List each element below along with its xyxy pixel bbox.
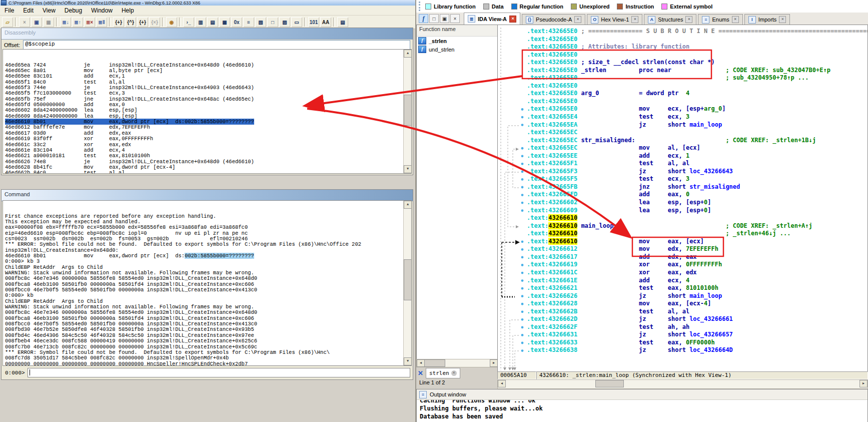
listing-line[interactable]: .text:43266610 mov eax, [ecx] — [527, 238, 867, 246]
scroll-left-icon[interactable]: ◂ — [498, 380, 506, 387]
listing-line[interactable]: .text:432665E0 — [527, 98, 867, 106]
scroll-up-icon[interactable]: ▲ — [404, 50, 412, 58]
close-window-icon[interactable]: × — [450, 14, 460, 23]
listing-line[interactable]: .text:4326662D jz short loc_43266661 — [527, 315, 867, 323]
command-input[interactable] — [28, 368, 410, 377]
toolbar-step-out-icon[interactable]: {+} — [137, 17, 148, 27]
listing-line[interactable]: .text:43266610 main_loop: ; CODE XREF: _… — [527, 222, 867, 230]
listing-line[interactable]: .text:432665EC mov al, [ecx] — [527, 144, 867, 152]
disassembly-scroll-thumb[interactable] — [404, 95, 412, 126]
menu-file[interactable]: File — [0, 7, 19, 15]
function-row[interactable]: fund_strlen — [417, 45, 498, 54]
toolbar-watch-window-icon[interactable]: ▥ — [195, 17, 206, 27]
listing-line[interactable]: .text:432665F1 test al, al — [527, 160, 867, 168]
functions-window-icon[interactable]: f — [419, 14, 428, 23]
listing-line[interactable]: .text:43266621 test eax, 81010100h — [527, 284, 867, 292]
tab-structures[interactable]: AStructures× — [644, 14, 696, 25]
toolbar-locals-window-icon[interactable]: ▤ — [207, 17, 218, 27]
functions-header[interactable]: Function name — [417, 25, 498, 37]
toolbar-go-icon[interactable]: ≣↓ — [60, 17, 71, 27]
listing-line[interactable]: .text:43266633 test eax, 0FF0000h — [527, 339, 867, 347]
toolbar-processes-window-icon[interactable]: ▨ — [279, 17, 290, 27]
listing-line[interactable]: .text:432665FD add eax, 0 — [527, 191, 867, 199]
tab-imports[interactable]: IImports× — [744, 14, 790, 25]
listing-line[interactable]: .text:432665E0 arg_0 = dword ptr 4 — [527, 90, 867, 98]
listing-line[interactable]: .text:43266612 mov edx, 7EFEFEFFh — [527, 245, 867, 253]
listing-line[interactable]: .text:432665EE add ecx, 1 — [527, 152, 867, 160]
tab-hex-view-1[interactable]: OHex View-1× — [587, 14, 642, 25]
close-tab-icon[interactable]: × — [574, 16, 581, 23]
listing-line[interactable]: .text:432665E0 ; size_t __cdecl strlen(c… — [527, 59, 867, 67]
toolbar-options-icon[interactable]: ▤ — [337, 17, 348, 27]
listing-line[interactable]: .text:432665F5 test ecx, 3 — [527, 175, 867, 183]
toolbar-run-to-cursor-icon[interactable]: {×} — [149, 17, 160, 27]
close-tab-icon[interactable]: × — [509, 16, 516, 23]
close-tab-icon[interactable]: × — [631, 16, 638, 23]
tab-ida-view-a[interactable]: ≣IDA View-A× — [464, 13, 520, 25]
listing-line[interactable]: .text:432665FB jnz short str_misaligned — [527, 183, 867, 191]
functions-hscrollbar[interactable]: ◂ ▸ — [416, 359, 498, 367]
tab-enums[interactable]: ≡Enums× — [698, 14, 742, 25]
listing-line[interactable]: .text:432665E4 test ecx, 3 — [527, 113, 867, 121]
scroll-left-icon[interactable]: ◂ — [417, 359, 425, 367]
toolbar-copy-icon[interactable]: ▣ — [31, 17, 42, 27]
listing-line[interactable]: .text:432665E0 ; sub_43204950+78↑p ... — [527, 74, 867, 82]
command-pane-title[interactable]: Command — [2, 190, 413, 201]
listing-line[interactable]: .text:4326662F test ah, ah — [527, 323, 867, 331]
menu-window[interactable]: Window — [87, 7, 117, 15]
command-scroll-thumb[interactable] — [404, 259, 412, 300]
listing-line[interactable]: .text:432665E0 mov ecx, [esp+arg_0] — [527, 105, 867, 113]
toolbar-source-mode-icon[interactable]: 101 — [308, 17, 319, 27]
functions-bottom-tab[interactable]: strlen × — [426, 368, 460, 378]
menu-edit[interactable]: Edit — [19, 7, 38, 15]
cascade-windows-icon[interactable]: ▣ — [440, 14, 449, 23]
output-log[interactable]: caching 'Functions window'... okFlushing… — [417, 400, 867, 422]
listing-line[interactable]: .text:432665E0 — [527, 82, 867, 90]
listing-scroll-thumb[interactable] — [595, 380, 624, 387]
listing-line[interactable]: .text:432665E0 _strlen proc near ; CODE … — [527, 67, 867, 75]
close-panel-icon[interactable]: ✕ — [418, 369, 423, 377]
toolbar-disassembly-window-icon[interactable]: ▧ — [255, 17, 266, 27]
menu-debug[interactable]: Debug — [60, 7, 87, 15]
toolbar-step-into-icon[interactable]: {+} — [113, 17, 124, 27]
scroll-down-icon[interactable]: ▼ — [404, 357, 412, 365]
listing-line[interactable]: .text:43266617 add edx, eax — [527, 253, 867, 261]
disasm-line[interactable]: 46ed662b 84c0 test al,al — [5, 170, 403, 174]
toolbar-restart-icon[interactable]: ≣↑ — [72, 17, 83, 27]
windbg-titlebar[interactable]: C:\Program Files (x86)\Hnc\Office 2020\H… — [0, 0, 415, 6]
listing-line[interactable]: .text:43266628 mov eax, [ecx-4] — [527, 300, 867, 308]
toolbar-cut-icon[interactable]: × — [19, 17, 30, 27]
close-tab-icon[interactable]: × — [451, 370, 457, 376]
toolbar-font-icon[interactable]: AA — [320, 17, 331, 27]
scroll-up-icon[interactable]: ▲ — [404, 201, 412, 209]
listing-line[interactable]: .text:432665E0 ; =============== S U B R… — [527, 28, 867, 36]
offset-input[interactable]: @$scopeip — [23, 40, 410, 50]
toolbar-stop-debugging-icon[interactable]: ≣× — [84, 17, 95, 27]
listing-line[interactable]: .text:432665F3 jz short loc_43266643 — [527, 168, 867, 176]
scroll-right-icon[interactable]: ▸ — [859, 380, 867, 387]
scroll-right-icon[interactable]: ▸ — [490, 359, 498, 367]
listing-line[interactable]: .text:432665E0 — [527, 51, 867, 59]
function-row[interactable]: f_strlen — [417, 37, 498, 45]
toolbar-paste-icon[interactable]: ▦ — [43, 17, 54, 27]
listing-line[interactable]: .text:4326662B test al, al — [527, 308, 867, 316]
ida-disassembly-view[interactable]: .text:432665E0 ; =============== S U B R… — [497, 25, 868, 372]
toolbar-registers-window-icon[interactable]: ▦ — [219, 17, 230, 27]
listing-hscrollbar[interactable]: ◂ ▸ — [497, 379, 868, 389]
toolbar-blank-window-icon[interactable]: ▭ — [291, 17, 302, 27]
listing-line[interactable]: .text:432665E0 — [527, 36, 867, 44]
listing-line[interactable]: .text:43266638 jz short loc_4326664D — [527, 346, 867, 354]
output-window-titlebar[interactable]: ≡ Output window — [417, 389, 867, 400]
disassembly-listing[interactable]: 46ed65ea 7424 je insp32ml!DLL_CreateInst… — [3, 49, 412, 174]
listing-line[interactable]: .text:43266602 lea esp, [esp+0] — [527, 199, 867, 207]
close-tab-icon[interactable]: × — [732, 16, 739, 23]
listing-line[interactable]: .text:43266626 jz short main_loop — [527, 292, 867, 300]
listing-line[interactable]: .text:43266631 jz short loc_43266657 — [527, 331, 867, 339]
toolbar-open-source-file-icon[interactable]: ▱ — [2, 17, 13, 27]
listing-line[interactable]: .text:432665EC str_misaligned: ; CODE XR… — [527, 137, 867, 145]
command-vscrollbar[interactable]: ▲ ▼ — [403, 201, 411, 365]
scroll-down-icon[interactable]: ▼ — [404, 165, 412, 173]
toolbar-break-icon[interactable]: ≣‖ — [96, 17, 107, 27]
toolbar-step-over-icon[interactable]: {^} — [125, 17, 136, 27]
functions-scroll-thumb[interactable] — [424, 359, 445, 367]
